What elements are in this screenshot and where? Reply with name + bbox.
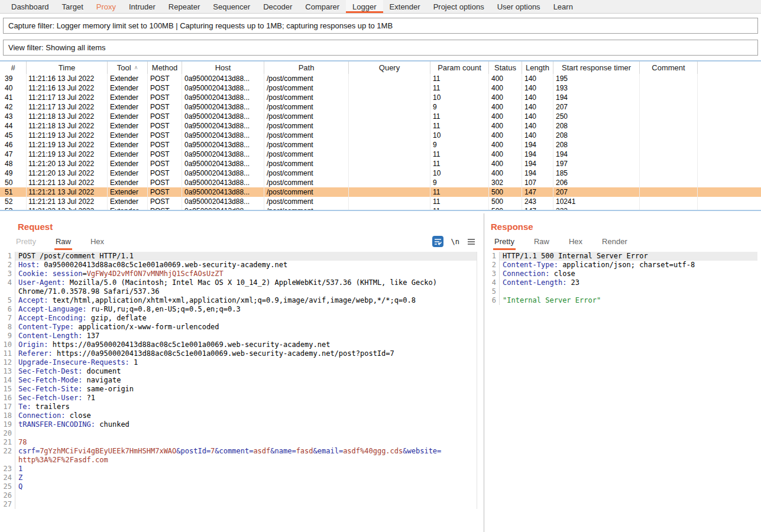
line-content: 1 — [15, 465, 477, 473]
cell-number: 50 — [0, 178, 27, 187]
newline-marker-icon[interactable]: \n — [451, 238, 459, 246]
table-row-selected[interactable]: 5111:21:21 13 Jul 2022ExtenderPOST0a9500… — [0, 187, 761, 197]
cell-status: 400 — [489, 93, 522, 102]
cell-query — [349, 93, 430, 102]
column-header-time[interactable]: Time — [27, 61, 108, 74]
response-editor[interactable]: 1HTTP/1.1 500 Internal Server Error2Cont… — [484, 252, 757, 305]
table-row[interactable]: 5211:21:21 13 Jul 2022ExtenderPOST0a9500… — [0, 197, 761, 206]
table-row[interactable]: 4311:21:18 13 Jul 2022ExtenderPOST0a9500… — [0, 112, 761, 121]
cell-length: 194 — [522, 168, 553, 178]
cell-comment — [640, 121, 698, 131]
cell-host: 0a9500020413d88... — [182, 168, 264, 178]
response-tab-pretty[interactable]: Pretty — [493, 236, 516, 250]
table-row[interactable]: 4911:21:20 13 Jul 2022ExtenderPOST0a9500… — [0, 168, 761, 178]
table-row[interactable]: 4511:21:19 13 Jul 2022ExtenderPOST0a9500… — [0, 131, 761, 140]
word-wrap-icon[interactable] — [432, 236, 443, 247]
line-number: 18 — [0, 411, 15, 420]
table-row[interactable]: 5311:21:22 13 Jul 2022ExtenderPOST0a9500… — [0, 206, 761, 210]
editor-line: 7Accept-Encoding: gzip, deflate — [0, 314, 477, 323]
line-content — [15, 491, 477, 500]
tab-repeater[interactable]: Repeater — [162, 0, 206, 13]
cell-filler — [698, 93, 761, 102]
cell-time: 11:21:20 13 Jul 2022 — [27, 159, 108, 168]
cell-param-count: 10 — [430, 168, 489, 178]
tab-comparer[interactable]: Comparer — [299, 0, 346, 13]
request-panel-title: Request — [0, 213, 484, 232]
cell-path: /post/comment — [264, 102, 349, 112]
column-header-length[interactable]: Length — [522, 61, 553, 74]
cell-filler — [698, 112, 761, 121]
tab-decoder[interactable]: Decoder — [257, 0, 299, 13]
response-tab-raw[interactable]: Raw — [533, 236, 550, 250]
cell-query — [349, 206, 430, 210]
column-header-query[interactable]: Query — [349, 61, 430, 74]
cell-query — [349, 83, 430, 93]
tab-learn[interactable]: Learn — [547, 0, 579, 13]
table-row[interactable]: 4011:21:16 13 Jul 2022ExtenderPOST0a9500… — [0, 83, 761, 93]
editor-line: 14Sec-Fetch-Mode: navigate — [0, 376, 477, 385]
cell-method: POST — [148, 74, 182, 83]
request-tab-hex[interactable]: Hex — [89, 236, 105, 250]
column-header-comment[interactable]: Comment — [640, 61, 698, 74]
table-row[interactable]: 4811:21:20 13 Jul 2022ExtenderPOST0a9500… — [0, 159, 761, 168]
table-row[interactable]: 5011:21:21 13 Jul 2022ExtenderPOST0a9500… — [0, 178, 761, 187]
editor-line: 4Content-Length: 23 — [484, 278, 757, 287]
column-header-number[interactable]: # — [0, 61, 27, 74]
cell-number: 39 — [0, 74, 27, 83]
table-row[interactable]: 4111:21:17 13 Jul 2022ExtenderPOST0a9500… — [0, 93, 761, 102]
response-tab-render[interactable]: Render — [601, 236, 629, 250]
cell-method: POST — [148, 159, 182, 168]
tab-dashboard[interactable]: Dashboard — [5, 0, 56, 13]
line-number: 15 — [0, 385, 15, 394]
cell-length: 140 — [522, 102, 553, 112]
column-header-path[interactable]: Path — [264, 61, 349, 74]
editor-line: 3Connection: close — [484, 270, 757, 278]
line-number: 14 — [0, 376, 15, 385]
tab-intruder[interactable]: Intruder — [122, 0, 162, 13]
editor-menu-icon[interactable] — [467, 238, 475, 245]
cell-comment — [640, 197, 698, 206]
cell-comment — [640, 159, 698, 168]
response-tab-hex[interactable]: Hex — [568, 236, 584, 250]
cell-method: POST — [148, 93, 182, 102]
capture-filter-bar[interactable]: Capture filter: Logger memory limit set … — [3, 18, 758, 34]
column-header-status[interactable]: Status — [489, 61, 522, 74]
line-content: Accept: text/html,application/xhtml+xml,… — [15, 296, 477, 305]
column-header-host[interactable]: Host — [182, 61, 264, 74]
column-header-method[interactable]: Method — [148, 61, 182, 74]
tab-target[interactable]: Target — [56, 0, 90, 13]
cell-filler — [698, 102, 761, 112]
cell-tool: Extender — [108, 178, 148, 187]
cell-method: POST — [148, 112, 182, 121]
request-editor[interactable]: 1POST /post/comment HTTP/1.12Host: 0a950… — [0, 252, 477, 509]
cell-method: POST — [148, 178, 182, 187]
column-header-param-count[interactable]: Param count — [430, 61, 489, 74]
table-row[interactable]: 3911:21:16 13 Jul 2022ExtenderPOST0a9500… — [0, 74, 761, 83]
table-row[interactable]: 4611:21:19 13 Jul 2022ExtenderPOST0a9500… — [0, 140, 761, 150]
tab-project-options[interactable]: Project options — [427, 0, 491, 13]
column-header-start-response-timer[interactable]: Start response timer — [553, 61, 640, 74]
tab-proxy[interactable]: Proxy — [90, 0, 122, 13]
tab-logger[interactable]: Logger — [346, 0, 383, 13]
editor-line: 2178 — [0, 438, 477, 447]
cell-method: POST — [148, 121, 182, 131]
tab-extender[interactable]: Extender — [383, 0, 427, 13]
line-content: Referer: https://0a9500020413d88ac08c5c1… — [15, 349, 477, 358]
view-filter-bar[interactable]: View filter: Showing all items — [3, 40, 758, 56]
editor-line: 8Content-Type: application/x-www-form-ur… — [0, 323, 477, 332]
cell-time: 11:21:19 13 Jul 2022 — [27, 150, 108, 159]
line-content: Cookie: session=VgFWy4D2vMfON7vMNMhjQ1Sc… — [15, 270, 477, 278]
table-row[interactable]: 4411:21:18 13 Jul 2022ExtenderPOST0a9500… — [0, 121, 761, 131]
cell-time: 11:21:21 13 Jul 2022 — [27, 187, 108, 197]
line-content: Connection: close — [500, 270, 757, 278]
column-header-tool[interactable]: Tool∧ — [108, 61, 148, 74]
cell-start-response-timer: 206 — [553, 178, 640, 187]
request-tabs: PrettyRawHex \n — [0, 236, 484, 250]
tab-sequencer[interactable]: Sequencer — [206, 0, 257, 13]
request-tab-raw[interactable]: Raw — [54, 236, 72, 250]
tab-user-options[interactable]: User options — [491, 0, 547, 13]
editor-line: 11Referer: https://0a9500020413d88ac08c5… — [0, 349, 477, 358]
cell-comment — [640, 140, 698, 150]
table-row[interactable]: 4711:21:19 13 Jul 2022ExtenderPOST0a9500… — [0, 150, 761, 159]
table-row[interactable]: 4211:21:17 13 Jul 2022ExtenderPOST0a9500… — [0, 102, 761, 112]
